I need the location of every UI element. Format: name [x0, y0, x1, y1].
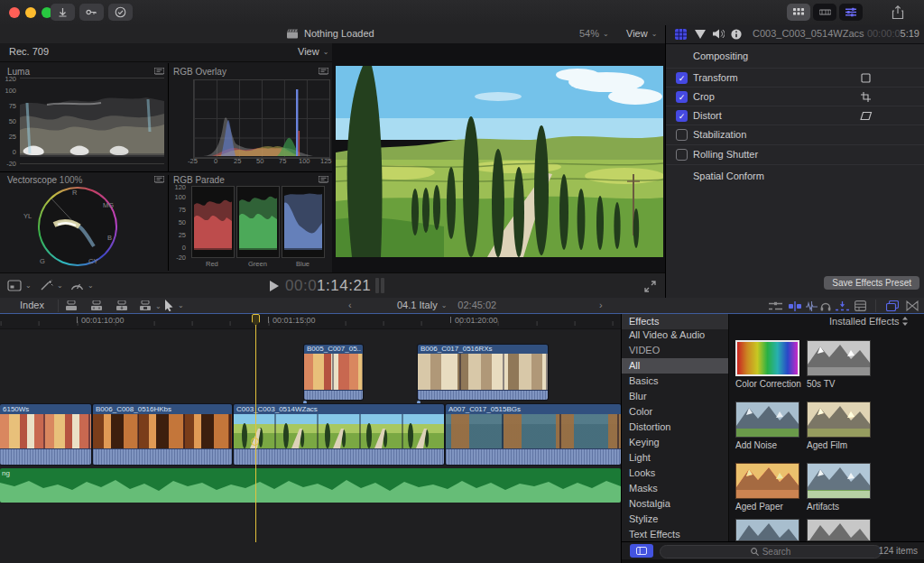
category-keying[interactable]: Keying [622, 435, 728, 450]
chevron-down-icon: ⌄ [441, 301, 448, 309]
distort-checkbox[interactable]: ✓ [676, 110, 688, 122]
category-masks[interactable]: Masks [622, 481, 728, 496]
retime-menu[interactable]: ⌄ [70, 280, 94, 291]
solo-toggle-icon[interactable] [820, 300, 831, 311]
primary-clip-a007bgs[interactable]: A007_C017_0515BGs [446, 404, 621, 465]
category-text-effects[interactable]: Text Effects [622, 527, 728, 542]
effect-tile-partial[interactable] [735, 519, 799, 541]
playhead[interactable] [255, 314, 256, 542]
clip-appearance-icon[interactable] [855, 300, 866, 311]
audio-meter-right[interactable] [381, 278, 384, 293]
category-nostalgia[interactable]: Nostalgia [622, 496, 728, 512]
effect-tile-add-noise[interactable] [735, 401, 799, 438]
share-button[interactable] [892, 5, 904, 20]
connected-clip-b005[interactable]: B005_C007_05.. [304, 345, 363, 400]
audio-inspector-icon[interactable] [713, 29, 725, 39]
next-project-button[interactable]: › [599, 300, 603, 310]
minimize-window-button[interactable] [25, 7, 36, 18]
effect-tile-artifacts[interactable] [807, 463, 871, 499]
category-blur[interactable]: Blur [622, 389, 728, 404]
insert-clip-button[interactable] [90, 300, 103, 311]
rolling-shutter-checkbox[interactable] [676, 149, 688, 161]
select-tool-menu[interactable]: ⌄ [164, 300, 184, 311]
background-tasks-button[interactable] [108, 4, 133, 21]
inspector-toggle-button[interactable] [839, 4, 863, 21]
effects-browser: Effects All Video & Audio VIDEO All Basi… [621, 314, 924, 563]
items-count: 124 items [879, 546, 918, 556]
category-all[interactable]: All [622, 358, 728, 374]
crop-checkbox[interactable]: ✓ [676, 91, 688, 103]
close-window-button[interactable] [9, 7, 20, 18]
viewer-title: Nothing Loaded [304, 28, 374, 39]
clapperboard-icon [287, 29, 299, 39]
music-audio-clip[interactable]: ng [0, 468, 621, 503]
distort-tool-icon[interactable] [860, 111, 873, 121]
crop-tool-icon[interactable] [861, 92, 871, 102]
scope-settings-icon[interactable] [154, 68, 164, 76]
enhancements-menu[interactable]: ⌄ [40, 280, 63, 291]
index-button[interactable]: Index [20, 300, 44, 310]
stabilization-checkbox[interactable] [676, 129, 688, 141]
audio-skimming-toggle-icon[interactable] [806, 301, 818, 311]
primary-clip-6150ws[interactable]: 6150Ws [0, 404, 91, 465]
installed-effects-menu[interactable]: Installed Effects [829, 316, 909, 327]
category-color[interactable]: Color [622, 404, 728, 420]
expand-viewer-icon[interactable] [644, 281, 656, 292]
parade-label-red: Red [206, 261, 218, 267]
play-button[interactable] [269, 281, 279, 291]
transform-tool-icon[interactable] [861, 73, 871, 83]
primary-clip-c003wzacs[interactable]: C003_C003_0514WZacs [234, 404, 444, 465]
trim-tool-icon[interactable] [769, 301, 782, 311]
luma-plot [20, 78, 164, 164]
category-distortion[interactable]: Distortion [622, 420, 728, 435]
category-looks[interactable]: Looks [622, 466, 728, 481]
scope-settings-icon[interactable] [319, 68, 328, 76]
luma-scope: Luma 120 100 75 [5, 67, 166, 170]
previous-project-button[interactable]: ‹ [348, 300, 352, 310]
effect-tile-aged-film[interactable] [807, 401, 871, 438]
connect-clip-button[interactable] [65, 300, 78, 311]
skimming-toggle-icon[interactable] [789, 301, 801, 311]
category-stylize[interactable]: Stylize [622, 512, 728, 527]
viewer-display-menu[interactable]: ⌄ [7, 280, 32, 291]
primary-clip-b006hkbs[interactable]: B006_C008_0516HKbs [93, 404, 232, 465]
transform-checkbox[interactable]: ✓ [676, 72, 688, 84]
viewer-view-menu[interactable]: View⌄ [626, 28, 657, 39]
check-circle-icon [115, 6, 126, 18]
audio-meter-left[interactable] [375, 278, 379, 293]
scope-settings-icon[interactable] [154, 176, 164, 184]
save-effects-preset-button[interactable]: Save Effects Preset [824, 276, 919, 290]
category-basics[interactable]: Basics [622, 374, 728, 389]
effect-row-transform: ✓ Transform [666, 68, 924, 88]
overwrite-clip-menu[interactable]: ⌄ [139, 300, 162, 311]
video-inspector-icon[interactable] [675, 29, 688, 40]
project-name-menu[interactable]: 04.1 Italy [397, 300, 438, 310]
snapping-toggle-icon[interactable] [836, 301, 849, 311]
color-inspector-icon[interactable] [695, 30, 706, 39]
timeline-toggle-button[interactable] [813, 4, 836, 21]
search-input[interactable]: Search [660, 545, 882, 558]
connected-clip-b006rxs[interactable]: B006_C017_0516RXs [418, 345, 548, 400]
effect-tile-aged-paper[interactable] [735, 463, 799, 499]
effect-tile-50s-tv[interactable] [807, 340, 871, 376]
effects-sidebar-toggle-button[interactable] [630, 544, 653, 558]
keyword-editor-button[interactable] [79, 4, 104, 21]
scopes-view-menu[interactable]: View⌄ [298, 46, 328, 57]
effects-browser-toggle[interactable] [886, 300, 899, 311]
playhead-timecode: 00:01:14:21 [285, 277, 371, 295]
category-light[interactable]: Light [622, 450, 728, 466]
category-all-video-audio[interactable]: All Video & Audio [622, 328, 728, 343]
transport-bar: ⌄ ⌄ ⌄ 00:01:14:21 [0, 272, 665, 299]
viewer-canvas[interactable] [332, 43, 665, 272]
scope-settings-icon[interactable] [319, 176, 328, 184]
append-clip-button[interactable] [116, 300, 128, 311]
browser-grid-button[interactable] [787, 4, 810, 21]
viewer-zoom-menu[interactable]: 54%⌄ [579, 28, 609, 39]
import-media-button[interactable] [51, 4, 75, 21]
effect-tile-partial[interactable] [807, 519, 871, 541]
luma-waveform [20, 78, 164, 164]
effect-tile-color-correction[interactable] [735, 340, 799, 376]
info-inspector-icon[interactable] [731, 29, 742, 40]
viewer-header: Nothing Loaded 54%⌄ View⌄ [0, 25, 665, 44]
transitions-browser-toggle[interactable] [906, 300, 919, 311]
